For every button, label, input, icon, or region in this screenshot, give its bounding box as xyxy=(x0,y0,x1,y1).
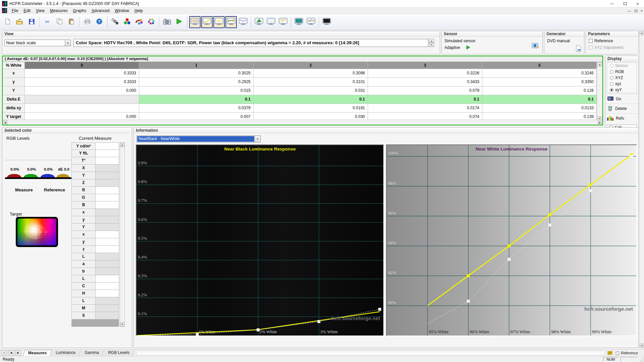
chevron-down-icon[interactable]: ▼ xyxy=(255,136,260,142)
menu-measures[interactable]: Measures xyxy=(47,7,70,14)
menu-advanced[interactable]: Advanced xyxy=(89,7,112,14)
graph-teal-icon-button[interactable] xyxy=(293,16,305,28)
column-header-0[interactable]: 0 xyxy=(25,62,139,69)
radio-icon[interactable] xyxy=(610,82,613,86)
scroll-up-icon[interactable]: ▲ xyxy=(597,62,602,67)
refs-button[interactable]: Refs xyxy=(605,113,638,123)
cell-delta-e-2[interactable]: 0.1 xyxy=(254,95,368,104)
menu-view[interactable]: View xyxy=(33,7,47,14)
measure-table-scrollbar[interactable]: ▲ ▼ xyxy=(120,142,125,327)
camera-icon-button[interactable] xyxy=(161,16,173,28)
graph-plain-icon-button[interactable] xyxy=(265,16,277,28)
scroll-right-icon[interactable]: ▶ xyxy=(598,120,602,124)
display-radio-xyz[interactable]: xyz xyxy=(607,81,637,87)
mdi-close-button[interactable]: × xyxy=(641,9,643,13)
menu-edit[interactable]: Edit xyxy=(21,7,33,14)
tab-scroll-right-icon[interactable]: ▶ xyxy=(15,350,21,356)
information-select[interactable]: NearBlack - NearWhite ▼ xyxy=(137,135,261,142)
graph-waveform-icon-button[interactable] xyxy=(305,16,317,28)
measure-row-value[interactable] xyxy=(96,305,119,312)
radio-icon[interactable] xyxy=(610,76,613,80)
measures-horizontal-scrollbar[interactable]: ◀ ▶ xyxy=(3,120,602,125)
open-file-icon-button[interactable] xyxy=(14,16,25,28)
go-button[interactable]: Go xyxy=(605,94,638,104)
checkbox-icon[interactable] xyxy=(616,352,619,355)
measure-row-value[interactable] xyxy=(96,253,119,260)
delete-button[interactable]: Delete xyxy=(605,104,638,113)
graph-grid-icon-button[interactable] xyxy=(189,16,201,28)
graph-rgblevels-icon-button[interactable] xyxy=(225,16,237,28)
menu-window[interactable]: Window xyxy=(112,7,132,14)
measure-row-value[interactable] xyxy=(96,150,119,157)
cell-delta-e-0[interactable] xyxy=(25,95,139,104)
measure-row-value[interactable] xyxy=(96,297,119,305)
cell-y-3[interactable]: 0.3433 xyxy=(368,78,482,86)
save-file-icon-button[interactable] xyxy=(26,16,37,28)
cell-x-0[interactable]: 0.3333 xyxy=(25,69,139,78)
cell-delta-xy-0[interactable] xyxy=(25,104,139,113)
measure-row-value[interactable] xyxy=(96,283,119,290)
radio-icon[interactable] xyxy=(610,70,613,74)
help-icon-button[interactable]: ? xyxy=(94,16,105,28)
cell-delta-e-1[interactable]: 0.1 xyxy=(139,95,254,104)
cell-delta-xy-3[interactable]: 0.0174 xyxy=(368,104,482,113)
graph-dark-icon-button[interactable] xyxy=(321,16,332,28)
paste-icon-button[interactable] xyxy=(66,16,77,28)
measure-row-value[interactable] xyxy=(96,290,119,297)
scroll-down-icon[interactable]: ▼ xyxy=(120,322,124,326)
menu-file[interactable]: File xyxy=(9,7,21,14)
cell-y-1[interactable]: 0.015 xyxy=(139,86,254,95)
scroll-up-icon[interactable]: ▲ xyxy=(640,31,644,35)
row-label-y[interactable]: Y xyxy=(3,86,25,95)
tab-scroll-left-icon[interactable]: ◀ xyxy=(8,350,14,356)
column-header-3[interactable]: 3 xyxy=(368,62,482,69)
column-header-2[interactable]: 2 xyxy=(254,62,368,69)
measure-row-value[interactable] xyxy=(96,216,119,224)
spinner-down-button[interactable]: ▼ xyxy=(429,43,434,47)
graph-doc-icon-button[interactable] xyxy=(277,16,289,28)
cell-y-2[interactable]: 0.3101 xyxy=(254,78,368,86)
display-radio-xyz[interactable]: XYZ xyxy=(607,75,637,81)
reference-checkbox[interactable]: Reference xyxy=(589,39,613,43)
restore-button[interactable] xyxy=(619,0,631,7)
measures-vertical-scrollbar[interactable]: ▲ ▼ xyxy=(597,62,602,121)
column-header-1[interactable]: 1 xyxy=(139,62,254,69)
measure-row-value[interactable] xyxy=(96,238,119,246)
spinner-up-button[interactable]: ▲ xyxy=(429,39,434,43)
tab-close-icon[interactable]: × xyxy=(1,350,7,356)
display-radio-rgb[interactable]: RGB xyxy=(607,69,637,75)
cell-delta-e-4[interactable]: 0.1 xyxy=(482,95,597,104)
measure-row-value[interactable] xyxy=(96,201,119,209)
measure-row-value[interactable] xyxy=(96,194,119,201)
new-file-icon-button[interactable] xyxy=(2,16,13,28)
color-ring-icon-button[interactable] xyxy=(146,16,157,28)
cell-y-2[interactable]: 0.031 xyxy=(254,86,368,95)
measure-row-value[interactable] xyxy=(96,224,119,231)
cell-delta-xy-2[interactable]: 0.0191 xyxy=(254,104,368,113)
scroll-left-icon[interactable]: ◀ xyxy=(3,120,7,124)
color-swoosh-icon-button[interactable] xyxy=(133,16,145,28)
close-button[interactable]: × xyxy=(631,0,644,7)
measure-row-value[interactable] xyxy=(96,231,119,238)
cell-y-1[interactable]: 0.2925 xyxy=(139,78,254,86)
row-label-delta-xy[interactable]: delta xy xyxy=(3,104,25,113)
cut-icon-button[interactable]: ✂ xyxy=(42,16,53,28)
graph-nearblack-icon-button[interactable] xyxy=(213,16,225,28)
graph-cie-icon-button[interactable] xyxy=(253,16,265,28)
sensor-settings-icon[interactable] xyxy=(532,42,540,50)
resize-grip[interactable] xyxy=(639,358,644,362)
measure-row-value[interactable] xyxy=(96,209,119,216)
cell-y-3[interactable]: 0.079 xyxy=(368,86,482,95)
row-label-x[interactable]: x xyxy=(3,69,25,78)
run-play-icon-button[interactable] xyxy=(173,16,185,28)
minimize-button[interactable] xyxy=(606,0,619,7)
tab-rgb-levels[interactable]: RGB Levels xyxy=(103,350,135,356)
measure-row-value[interactable] xyxy=(96,246,119,253)
menu-help[interactable]: Help xyxy=(132,7,146,14)
graph-gamma-icon-button[interactable] xyxy=(201,16,213,28)
tab-measures[interactable]: Measures xyxy=(23,350,52,356)
row-label-delta-e[interactable]: Delta E xyxy=(3,95,25,104)
cell-delta-xy-4[interactable]: 0.0133 xyxy=(482,104,597,113)
measure-row-value[interactable] xyxy=(96,260,119,268)
scroll-up-icon[interactable]: ▲ xyxy=(120,143,124,147)
